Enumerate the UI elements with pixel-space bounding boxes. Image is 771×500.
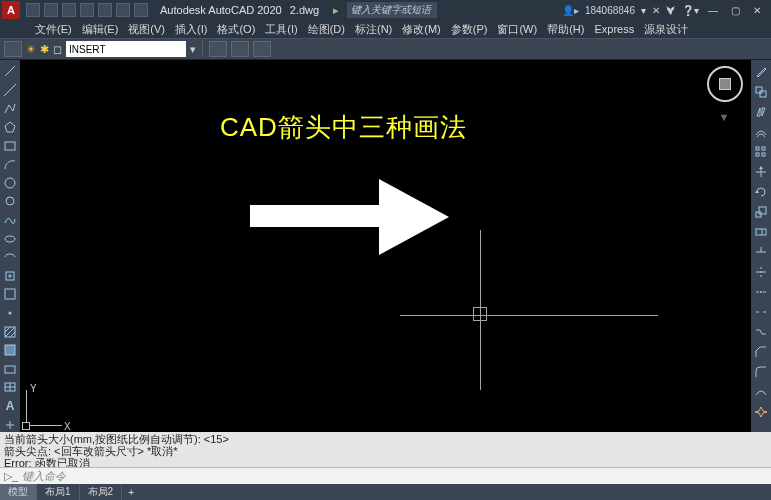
close-button[interactable]: ✕ [749, 3, 765, 17]
document-title: 2.dwg [290, 4, 319, 16]
command-input[interactable]: 键入命令 [22, 469, 66, 484]
join-icon[interactable] [753, 324, 769, 340]
erase-icon[interactable] [753, 64, 769, 80]
command-combo[interactable]: INSERT [66, 41, 186, 57]
menu-window[interactable]: 窗口(W) [492, 20, 542, 39]
tab-model[interactable]: 模型 [0, 484, 37, 500]
ribbon: ☀ ✱ ◻ INSERT ▾ [0, 38, 771, 60]
navbar-icon[interactable]: ▼ [711, 106, 737, 128]
layer-properties-icon[interactable] [4, 41, 22, 57]
svg-rect-34 [756, 229, 766, 235]
gradient-icon[interactable] [2, 343, 18, 358]
addselected-icon[interactable] [2, 417, 18, 432]
spline-icon[interactable] [2, 213, 18, 228]
qat-undo-icon[interactable] [116, 3, 130, 17]
break-icon[interactable] [753, 304, 769, 320]
extend-icon[interactable] [753, 264, 769, 280]
arc-icon[interactable] [2, 157, 18, 172]
user-label[interactable]: 184068846 [585, 5, 635, 16]
qat-save-icon[interactable] [62, 3, 76, 17]
menu-draw[interactable]: 绘图(D) [303, 20, 350, 39]
table-icon[interactable] [2, 380, 18, 395]
region-icon[interactable] [2, 362, 18, 377]
menu-edit[interactable]: 编辑(E) [77, 20, 124, 39]
menu-modify[interactable]: 修改(M) [397, 20, 446, 39]
svg-point-5 [5, 236, 15, 242]
mtext-icon[interactable]: A [2, 399, 18, 414]
minimize-button[interactable]: — [705, 3, 721, 17]
combo-dropdown-icon[interactable]: ▾ [190, 43, 196, 56]
mirror-icon[interactable] [753, 104, 769, 120]
user-dropdown-icon[interactable]: ▾ [641, 5, 646, 16]
menu-express[interactable]: Express [589, 21, 639, 37]
layer-tool-icon[interactable] [253, 41, 271, 57]
svg-rect-16 [5, 366, 15, 373]
xline-icon[interactable] [2, 83, 18, 98]
app-logo[interactable]: A [2, 1, 20, 19]
copy-icon[interactable] [753, 84, 769, 100]
ellipse-icon[interactable] [2, 231, 18, 246]
menu-insert[interactable]: 插入(I) [170, 20, 212, 39]
block-icon[interactable] [209, 41, 227, 57]
menu-source[interactable]: 源泉设计 [639, 20, 693, 39]
menu-param[interactable]: 参数(P) [446, 20, 493, 39]
stretch-icon[interactable] [753, 224, 769, 240]
maximize-button[interactable]: ▢ [727, 3, 743, 17]
menu-help[interactable]: 帮助(H) [542, 20, 589, 39]
statusbar: 模型 布局1 布局2 + [0, 484, 771, 500]
command-input-row[interactable]: ▷_ 键入命令 [0, 468, 771, 484]
tab-layout1[interactable]: 布局1 [37, 484, 80, 500]
move-icon[interactable] [753, 164, 769, 180]
drawing-canvas[interactable]: CAD箭头中三种画法 X Y ▼ [20, 60, 751, 432]
fillet-icon[interactable] [753, 364, 769, 380]
break-at-point-icon[interactable] [753, 284, 769, 300]
menu-tools[interactable]: 工具(I) [260, 20, 302, 39]
hatch-icon[interactable] [2, 324, 18, 339]
chamfer-icon[interactable] [753, 344, 769, 360]
line-icon[interactable] [2, 64, 18, 79]
svg-marker-48 [755, 407, 767, 417]
tab-add-button[interactable]: + [122, 486, 140, 499]
layer-lock-icon[interactable]: ◻ [53, 43, 62, 56]
svg-line-0 [5, 66, 15, 76]
circle-icon[interactable] [2, 176, 18, 191]
qat-saveas-icon[interactable] [80, 3, 94, 17]
scale-icon[interactable] [753, 204, 769, 220]
make-block-icon[interactable] [2, 287, 18, 302]
menu-file[interactable]: 文件(E) [30, 20, 77, 39]
insert-block-icon[interactable] [2, 269, 18, 284]
menu-view[interactable]: 视图(V) [123, 20, 170, 39]
sun-icon[interactable]: ☀ [26, 43, 36, 56]
stayconnected-icon[interactable]: ⮟ [666, 5, 676, 16]
tab-layout2[interactable]: 布局2 [80, 484, 123, 500]
trim-icon[interactable] [753, 244, 769, 260]
layer-freeze-icon[interactable]: ✱ [40, 43, 49, 56]
explode-icon[interactable] [753, 404, 769, 420]
menu-play-icon[interactable]: ▸ [333, 4, 339, 17]
layer-match-icon[interactable] [231, 41, 249, 57]
point-icon[interactable] [2, 306, 18, 321]
array-icon[interactable] [753, 144, 769, 160]
qat-redo-icon[interactable] [134, 3, 148, 17]
rotate-icon[interactable] [753, 184, 769, 200]
qat-open-icon[interactable] [44, 3, 58, 17]
viewcube[interactable] [707, 66, 743, 102]
rectangle-icon[interactable] [2, 138, 18, 153]
signin-icon[interactable]: 👤▸ [562, 5, 579, 16]
qat-new-icon[interactable] [26, 3, 40, 17]
menu-dimension[interactable]: 标注(N) [350, 20, 397, 39]
exchange-icon[interactable]: ✕ [652, 5, 660, 16]
qat-plot-icon[interactable] [98, 3, 112, 17]
menu-format[interactable]: 格式(O) [212, 20, 260, 39]
svg-rect-25 [762, 147, 765, 150]
blend-icon[interactable] [753, 384, 769, 400]
ucs-y-label: Y [30, 383, 37, 394]
cmd-line1: 当前箭头大小(mm,按图纸比例自动调节): <15> [4, 433, 767, 445]
ellipse-arc-icon[interactable] [2, 250, 18, 265]
offset-icon[interactable] [753, 124, 769, 140]
search-input[interactable]: 键入关键字或短语 [347, 2, 437, 18]
polygon-icon[interactable] [2, 120, 18, 135]
polyline-icon[interactable] [2, 101, 18, 116]
help-icon[interactable]: ❔▾ [682, 5, 699, 16]
revcloud-icon[interactable] [2, 194, 18, 209]
